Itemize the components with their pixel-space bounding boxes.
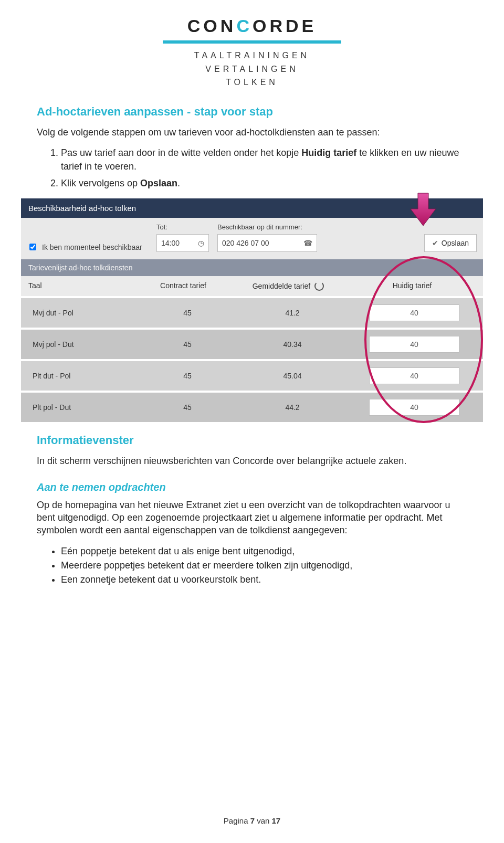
heading-adhoc-tarieven: Ad-hoctarieven aanpassen - stap voor sta…	[37, 105, 467, 119]
cell-huidig-wrap: 40	[353, 367, 476, 384]
logo-pre: CON	[187, 16, 237, 36]
nummer-input[interactable]: 020 426 07 00 ☎	[217, 234, 317, 252]
logo-sub2: VERTALINGEN	[37, 62, 467, 76]
nummer-label: Beschikbaar op dit nummer:	[217, 223, 317, 231]
cell-contract: 45	[143, 403, 232, 412]
table-row: Plt dut - Pol 45 45.04 40	[21, 361, 483, 391]
logo-post: ORDE	[253, 16, 317, 36]
huidig-input[interactable]: 40	[369, 367, 459, 384]
heading-informatievenster: Informatievenster	[37, 434, 467, 447]
step-2-post: .	[177, 178, 180, 188]
tot-value: 14:00	[161, 239, 180, 247]
bar-beschikbaarheid: Beschikbaarheid ad-hoc tolken	[21, 198, 483, 218]
aan-te-nemen-body: Op de homepagina van het nieuwe Extranet…	[37, 499, 467, 537]
cell-taal: Mvj dut - Pol	[28, 309, 138, 317]
logo-rule	[163, 40, 341, 44]
step-2-bold: Opslaan	[140, 178, 177, 188]
phone-icon: ☎	[303, 239, 312, 247]
table-row: Plt pol - Dut 45 44.2 40	[21, 393, 483, 422]
logo: CONCORDE TAALTRAININGEN VERTALINGEN TOLK…	[37, 16, 467, 89]
intro-text: Volg de volgende stappen om uw tarieven …	[37, 126, 467, 139]
available-checkbox-input[interactable]	[29, 244, 36, 250]
step-2-pre: Klik vervolgens op	[61, 178, 140, 188]
informatievenster-body: In dit scherm verschijnen nieuwsberichte…	[37, 455, 467, 467]
logo-sub3: TOLKEN	[37, 76, 467, 89]
clock-icon: ◷	[198, 239, 204, 247]
bullet-2: Meerdere poppetjes betekent dat er meerd…	[61, 559, 467, 573]
footer-total: 17	[272, 816, 281, 825]
th-huidig: Huidig tarief	[349, 281, 476, 291]
step-2: Klik vervolgens op Opslaan.	[61, 176, 467, 190]
save-button-label: Opslaan	[442, 239, 469, 247]
refresh-icon[interactable]	[314, 281, 324, 291]
th-gemiddelde: Gemiddelde tarief	[233, 281, 343, 291]
th-taal: Taal	[28, 281, 133, 291]
table-row: Mvj dut - Pol 45 41.2 40	[21, 298, 483, 328]
cell-contract: 45	[143, 372, 232, 380]
table-header: Taal Contract tarief Gemiddelde tarief H…	[21, 276, 483, 296]
cell-gemiddelde: 45.04	[237, 372, 348, 380]
step-1-bold: Huidig tarief	[301, 147, 356, 158]
cell-taal: Plt pol - Dut	[28, 403, 138, 412]
cell-huidig-wrap: 40	[353, 399, 476, 416]
cell-contract: 45	[143, 340, 232, 349]
cell-huidig-wrap: 40	[353, 336, 476, 353]
huidig-input[interactable]: 40	[369, 399, 459, 416]
bullet-1: Eén poppetje betekent dat u als enige be…	[61, 544, 467, 559]
footer-pre: Pagina	[224, 816, 250, 825]
cell-gemiddelde: 41.2	[237, 309, 348, 317]
logo-c: C	[236, 16, 253, 36]
cell-huidig-wrap: 40	[353, 304, 476, 321]
huidig-input[interactable]: 40	[369, 304, 459, 321]
huidig-input[interactable]: 40	[369, 336, 459, 353]
table-body: Mvj dut - Pol 45 41.2 40 Mvj pol - Dut 4…	[21, 298, 483, 422]
cell-taal: Plt dut - Pol	[28, 372, 138, 380]
available-checkbox[interactable]: Ik ben momenteel beschikbaar	[27, 242, 148, 252]
steps-list: Pas uw tarief aan door in de witte velde…	[37, 146, 467, 190]
bullet-3: Een zonnetje betekent dat u voorkeurstol…	[61, 573, 467, 587]
available-checkbox-label: Ik ben momenteel beschikbaar	[42, 243, 142, 251]
heading-aan-te-nemen: Aan te nemen opdrachten	[37, 481, 467, 493]
footer-num: 7	[250, 816, 255, 825]
cell-gemiddelde: 40.34	[237, 340, 348, 349]
save-button[interactable]: ✔ Opslaan	[424, 234, 477, 252]
th-contract: Contract tarief	[139, 281, 228, 291]
tot-field: Tot: 14:00 ◷	[156, 223, 209, 252]
footer-post: van	[255, 816, 272, 825]
step-1: Pas uw tarief aan door in de witte velde…	[61, 146, 467, 173]
step-1-pre: Pas uw tarief aan door in de witte velde…	[61, 147, 301, 158]
table-row: Mvj pol - Dut 45 40.34 40	[21, 330, 483, 359]
nummer-value: 020 426 07 00	[222, 239, 269, 247]
cell-contract: 45	[143, 309, 232, 317]
screenshot-panel: Beschikbaarheid ad-hoc tolken Ik ben mom…	[21, 198, 483, 422]
bar-tarievenlijst: Tarievenlijst ad-hoc tolkdiensten	[21, 259, 483, 276]
logo-brand: CONCORDE	[37, 16, 467, 36]
availability-row: Ik ben momenteel beschikbaar Tot: 14:00 …	[21, 218, 483, 259]
logo-sub1: TAALTRAININGEN	[37, 49, 467, 62]
nummer-field: Beschikbaar op dit nummer: 020 426 07 00…	[217, 223, 317, 252]
tot-label: Tot:	[156, 223, 209, 231]
check-icon: ✔	[432, 239, 438, 247]
cell-taal: Mvj pol - Dut	[28, 340, 138, 349]
cell-gemiddelde: 44.2	[237, 403, 348, 412]
tot-input[interactable]: 14:00 ◷	[156, 234, 209, 252]
page-footer: Pagina 7 van 17	[0, 816, 504, 825]
th-gemiddelde-label: Gemiddelde tarief	[253, 282, 311, 290]
symbol-bullets: Eén poppetje betekent dat u als enige be…	[37, 544, 467, 587]
